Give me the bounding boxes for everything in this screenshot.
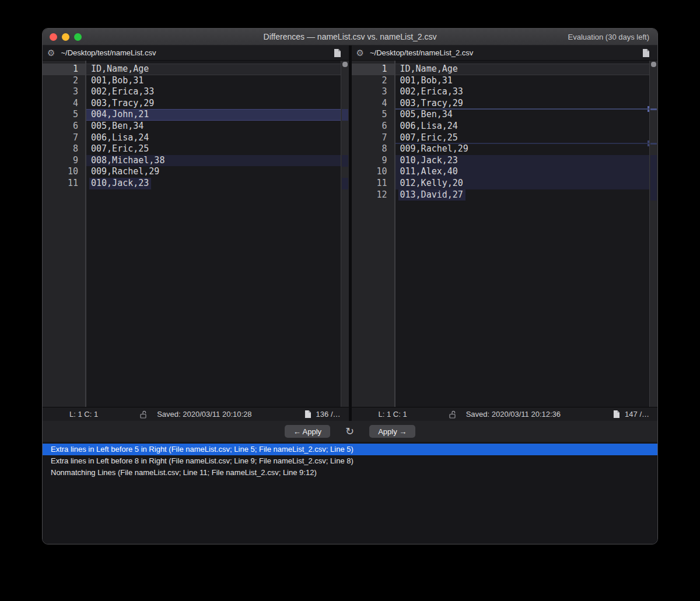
line-text: 013,David,27 [396, 189, 650, 201]
left-file-path: ~/Desktop/test/nameList.csv [61, 48, 333, 57]
right-scrollbar-thumb[interactable] [651, 62, 656, 67]
line-number: 10 [43, 166, 85, 178]
left-scrollbar-thumb[interactable] [342, 62, 348, 67]
line-number: 7 [352, 132, 394, 144]
document-icon[interactable] [613, 410, 620, 418]
document-icon[interactable] [334, 49, 341, 57]
left-vertical-scrollbar[interactable] [341, 61, 349, 407]
scrollbar-diff-mark [650, 155, 657, 201]
line-number: 10 [352, 166, 394, 178]
apply-left-button[interactable]: ← Apply [285, 425, 330, 438]
code-line[interactable]: 9 008,Michael,38 [43, 155, 341, 167]
zoom-button[interactable] [74, 33, 82, 41]
code-line[interactable]: 5 005,Ben,34 [352, 109, 650, 121]
char-count: 136 /… [316, 410, 341, 419]
code-line[interactable]: 6 006,Lisa,24 [352, 121, 650, 132]
line-text: 011,Alex,40 [396, 166, 650, 178]
line-text: 006,Lisa,24 [86, 132, 341, 144]
difference-list-item[interactable]: Extra lines in Left before 8 in Right (F… [43, 455, 657, 467]
line-number: 4 [43, 98, 85, 110]
differences-list: Extra lines in Left before 5 in Right (F… [43, 442, 657, 544]
line-number: 12 [352, 189, 394, 201]
line-text: 010,Jack,23 [396, 155, 650, 167]
code-line[interactable]: 4 003,Tracy,29 [43, 98, 341, 110]
cursor-position: L: 1 C: 1 [379, 410, 407, 419]
line-text: 008,Michael,38 [86, 155, 341, 167]
line-number: 8 [352, 143, 394, 155]
difference-description: Extra lines in Left before 5 in Right (F… [51, 445, 354, 454]
line-text: 003,Tracy,29 [396, 98, 650, 110]
line-text: 003,Tracy,29 [86, 98, 341, 110]
differences-window: Differences — nameList.csv vs. nameList_… [42, 28, 658, 544]
left-status-bar: L: 1 C: 1 Saved: 2020/03/11 20:10:28 136… [43, 407, 349, 421]
difference-list-item[interactable]: Extra lines in Left before 5 in Right (F… [43, 444, 657, 455]
code-line[interactable]: 2 001,Bob,31 [43, 75, 341, 87]
code-line[interactable]: 10 009,Rachel,29 [43, 166, 341, 178]
gear-icon[interactable]: ⚙ [356, 48, 364, 57]
code-line[interactable]: 6 005,Ben,34 [43, 121, 341, 132]
line-text: ID,Name,Age [86, 64, 341, 75]
line-text: 009,Rachel,29 [86, 166, 341, 178]
scrollbar-diff-mark [650, 108, 657, 110]
code-line[interactable]: 1 ID,Name,Age [352, 64, 650, 75]
line-number: 3 [43, 86, 85, 98]
code-line[interactable]: 10 011,Alex,40 [352, 166, 650, 178]
code-line[interactable]: 1 ID,Name,Age [43, 64, 341, 75]
line-text: ID,Name,Age [396, 64, 650, 75]
right-code-lines: 1 ID,Name,Age 2 001,Bob,31 3 002,Erica,3… [352, 61, 650, 407]
code-line[interactable]: 8 007,Eric,25 [43, 143, 341, 155]
code-line[interactable]: 12 013,David,27 [352, 189, 650, 201]
line-number: 11 [352, 178, 394, 189]
window-title: Differences — nameList.csv vs. nameList_… [43, 32, 657, 41]
right-editor[interactable]: 1 ID,Name,Age 2 001,Bob,31 3 002,Erica,3… [352, 61, 658, 407]
minimize-button[interactable] [62, 33, 69, 41]
code-line[interactable]: 7 007,Eric,25 [352, 132, 650, 144]
line-text: 005,Ben,34 [396, 109, 650, 121]
line-number: 7 [43, 132, 85, 144]
unlock-icon[interactable] [140, 410, 148, 419]
close-button[interactable] [50, 33, 57, 41]
line-number: 9 [43, 155, 85, 167]
document-icon[interactable] [642, 49, 649, 57]
title-bar[interactable]: Differences — nameList.csv vs. nameList_… [43, 29, 657, 45]
line-text: 012,Kelly,20 [396, 178, 650, 189]
line-text: 001,Bob,31 [86, 75, 341, 87]
line-number: 2 [43, 75, 85, 87]
line-number: 1 [352, 64, 394, 75]
unlock-icon[interactable] [449, 410, 457, 419]
line-text: 009,Rachel,29 [396, 143, 650, 155]
line-number: 1 [43, 64, 85, 75]
code-line[interactable]: 9 010,Jack,23 [352, 155, 650, 167]
right-vertical-scrollbar[interactable] [649, 61, 657, 407]
difference-description: Nonmatching Lines (File nameList.csv; Li… [51, 468, 317, 477]
line-number: 11 [43, 178, 85, 189]
code-line[interactable]: 11 012,Kelly,20 [352, 178, 650, 189]
code-line[interactable]: 11 010,Jack,23 [43, 178, 341, 189]
left-path-bar: ⚙ ~/Desktop/test/nameList.csv [43, 45, 349, 61]
code-line[interactable]: 7 006,Lisa,24 [43, 132, 341, 144]
left-pane: ⚙ ~/Desktop/test/nameList.csv 1 ID,Name,… [43, 45, 349, 421]
right-file-path: ~/Desktop/test/nameList_2.csv [370, 48, 642, 57]
refresh-icon[interactable]: ↻ [345, 426, 354, 437]
line-number: 4 [352, 98, 394, 110]
scrollbar-diff-mark [342, 155, 348, 167]
code-line[interactable]: 3 002,Erica,33 [352, 86, 650, 98]
line-text: 005,Ben,34 [86, 121, 341, 132]
line-text: 007,Eric,25 [86, 143, 341, 155]
apply-right-button[interactable]: Apply → [369, 425, 415, 438]
line-text: 010,Jack,23 [86, 178, 341, 189]
code-line[interactable]: 3 002,Erica,33 [43, 86, 341, 98]
apply-toolbar: ← Apply ↻ Apply → [43, 421, 657, 442]
code-line[interactable]: 8 009,Rachel,29 [352, 143, 650, 155]
code-line[interactable]: 4 003,Tracy,29 [352, 98, 650, 110]
document-icon[interactable] [304, 410, 311, 418]
line-number: 2 [352, 75, 394, 87]
left-editor[interactable]: 1 ID,Name,Age 2 001,Bob,31 3 002,Erica,3… [43, 61, 349, 407]
line-text: 001,Bob,31 [396, 75, 650, 87]
gear-icon[interactable]: ⚙ [47, 48, 55, 57]
code-line[interactable]: 5 004,John,21 [43, 109, 341, 121]
code-line[interactable]: 2 001,Bob,31 [352, 75, 650, 87]
scrollbar-diff-mark [342, 178, 348, 189]
difference-list-item[interactable]: Nonmatching Lines (File nameList.csv; Li… [43, 467, 657, 479]
line-text: 002,Erica,33 [86, 86, 341, 98]
